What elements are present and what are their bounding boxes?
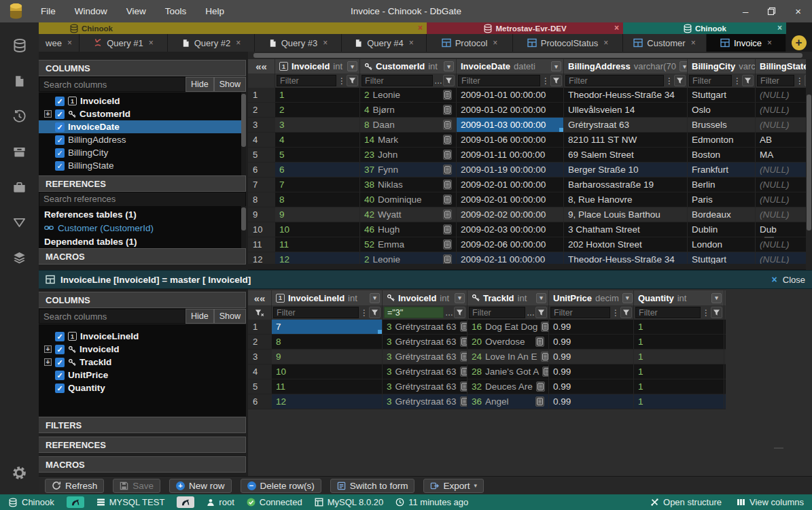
cell-billingcity[interactable]: Dublin [688, 222, 756, 237]
cell-invoicedate[interactable]: 2009-01-19 00:00:00 [457, 163, 564, 177]
tab-group-0[interactable]: Chinook× [39, 22, 427, 34]
row-number[interactable]: 6 [248, 394, 272, 409]
chevron-down-icon[interactable]: ▾ [455, 293, 465, 303]
close-tab-icon[interactable]: × [67, 38, 72, 48]
open-document-icon[interactable] [460, 381, 467, 392]
chevron-down-icon[interactable]: ▾ [347, 61, 357, 71]
row-number[interactable]: 8 [248, 192, 275, 207]
search-input[interactable] [39, 309, 186, 324]
row-number[interactable]: 5 [248, 379, 272, 394]
row-number[interactable]: 9 [248, 207, 275, 222]
column-header-quantity[interactable]: Quantityint▾ [634, 290, 724, 305]
reference-link[interactable]: Customer (CustomerId) [39, 221, 246, 235]
columns-panel-header[interactable]: COLUMNS [39, 60, 246, 76]
cell-invoiceid[interactable]: 3Grétrystraat 63 [383, 320, 467, 334]
cell-invoiceid[interactable]: 12 [275, 252, 360, 264]
close-tab-icon[interactable]: × [603, 38, 608, 48]
tab-query-4[interactable]: Query #4× [342, 34, 427, 52]
macros-panel-header[interactable]: MACROS [39, 248, 246, 265]
row-number[interactable]: 12 [248, 252, 275, 264]
close-tab-icon[interactable]: × [236, 38, 241, 48]
funnel-icon[interactable] [550, 75, 562, 86]
cell-invoicelineid[interactable]: 8 [272, 335, 383, 349]
column-item-invoicelineid[interactable]: +✓1InvoiceLineId [39, 330, 246, 343]
tab-query-1[interactable]: Query #1× [80, 34, 168, 52]
column-item-unitprice[interactable]: +✓UnitPrice [39, 369, 246, 381]
status-connected[interactable]: Connected [247, 497, 302, 507]
cell-invoiceid[interactable]: 7 [275, 177, 360, 192]
row-number[interactable]: 7 [248, 177, 275, 192]
row-number[interactable]: 1 [248, 320, 272, 334]
search-references-input[interactable] [39, 192, 246, 207]
tab-group-1[interactable]: Metrostav-Evr-DEV× [427, 22, 623, 34]
hide-button[interactable]: Hide [186, 77, 214, 92]
column-header-unitprice[interactable]: UnitPricedecim▾ [549, 290, 634, 305]
funnel-icon[interactable] [535, 307, 547, 318]
open-document-icon[interactable] [443, 120, 452, 130]
cell-billingaddress[interactable]: 9, Place Louis Barthou [564, 207, 688, 222]
cell-billingstate[interactable]: MA [756, 148, 812, 162]
kebab-menu-icon[interactable]: ⋮ [665, 76, 673, 86]
filter-row-header[interactable] [248, 305, 272, 320]
cell-billingstate[interactable]: (NULL) [756, 103, 812, 117]
cell-trackid[interactable]: 36Angel [467, 394, 549, 409]
menu-view[interactable]: View [117, 0, 156, 22]
cell-invoicedate[interactable]: 2009-01-03 00:00:00 [457, 118, 564, 132]
close-group-icon[interactable]: × [418, 23, 423, 33]
row-number[interactable]: 4 [248, 364, 272, 379]
cell-customerid[interactable]: 2Leonie [360, 252, 457, 264]
tab-invoice[interactable]: Invoice× [707, 34, 786, 52]
cell-invoiceid[interactable]: 3 [275, 118, 360, 132]
cell-billingstate[interactable]: (NULL) [756, 163, 812, 177]
expander-icon[interactable]: + [44, 358, 52, 366]
open-document-icon[interactable] [541, 322, 549, 332]
cell-billingaddress[interactable]: Ullevålsveien 14 [564, 103, 688, 117]
chevron-down-icon[interactable]: ▾ [622, 293, 633, 303]
cell-billingstate[interactable]: (NULL) [756, 252, 812, 264]
cell-quantity[interactable]: 1 [634, 364, 724, 379]
filter-input[interactable] [757, 75, 794, 86]
cell-billingaddress[interactable]: Grétrystraat 63 [564, 118, 688, 132]
open-document-icon[interactable] [460, 337, 467, 347]
checkbox-checked[interactable]: ✓ [55, 148, 65, 158]
checkbox-checked[interactable]: ✓ [55, 135, 65, 145]
open-document-icon[interactable] [535, 396, 544, 407]
status-badge[interactable] [67, 496, 84, 508]
tab-protocolstatus[interactable]: ProtocolStatus× [513, 34, 623, 52]
detail-columns-panel-header[interactable]: COLUMNS [39, 292, 246, 308]
column-header-invoiceid[interactable]: InvoiceIdint▾ [383, 290, 467, 305]
cell-invoicedate[interactable]: 2009-02-02 00:00:00 [457, 207, 564, 222]
cell-billingcity[interactable]: Oslo [688, 103, 756, 117]
funnel-icon[interactable] [443, 75, 455, 86]
cell-quantity[interactable]: 1 [634, 394, 724, 409]
filter-input[interactable] [469, 307, 525, 318]
cell-invoiceid[interactable]: 8 [275, 192, 360, 207]
status-root[interactable]: root [207, 497, 234, 507]
sidebar-layers-button[interactable] [0, 240, 39, 275]
detail-references-panel-header[interactable]: REFERENCES [39, 437, 246, 453]
close-tab-icon[interactable]: × [493, 38, 497, 48]
horizontal-scrollbar[interactable] [248, 52, 812, 59]
open-document-icon[interactable] [443, 194, 452, 205]
status-11-minutes-ago[interactable]: 11 minutes ago [395, 497, 468, 507]
cell-trackid[interactable]: 20Overdose [467, 335, 549, 349]
switch-to-form-button[interactable]: Switch to form [330, 479, 415, 493]
close-group-icon[interactable]: × [614, 23, 619, 33]
cell-invoiceid[interactable]: 5 [275, 148, 360, 162]
checkbox-checked[interactable]: ✓ [55, 384, 65, 393]
column-header-invoicedate[interactable]: InvoiceDatedateti▾ [457, 59, 564, 73]
row-number[interactable]: 6 [248, 163, 275, 177]
checkbox-checked[interactable]: ✓ [55, 97, 65, 106]
kebab-menu-icon[interactable]: ⋮ [360, 308, 368, 318]
status-mysql-test[interactable]: MYSQL TEST [96, 497, 165, 507]
checkbox-checked[interactable]: ✓ [55, 371, 65, 380]
funnel-icon[interactable] [742, 75, 754, 86]
refresh-button[interactable]: Refresh [45, 479, 104, 493]
kebab-menu-icon[interactable]: ⋮ [542, 76, 549, 86]
filter-input[interactable] [277, 75, 336, 86]
funnel-icon[interactable] [674, 75, 686, 86]
show-button[interactable]: Show [214, 309, 246, 324]
menu-help[interactable]: Help [196, 0, 234, 22]
cell-billingaddress[interactable]: Theodor-Heuss-Straße 34 [564, 252, 688, 264]
tab-customer[interactable]: Customer× [623, 34, 707, 52]
